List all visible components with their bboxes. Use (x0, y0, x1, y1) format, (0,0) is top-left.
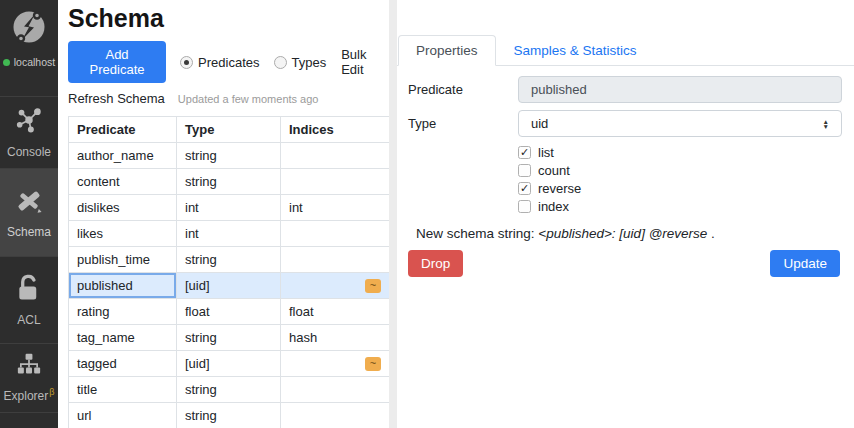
schema-list-panel: Schema Add Predicate Predicates Types Bu… (58, 0, 389, 428)
checkbox-count-icon[interactable] (518, 164, 531, 177)
cell-predicate[interactable]: likes (69, 221, 177, 247)
cell-indices[interactable] (281, 221, 390, 247)
table-row[interactable]: ratingfloatfloat (69, 299, 390, 325)
schema-toolbar: Add Predicate Predicates Types Bulk Edit (68, 41, 389, 83)
cell-indices[interactable] (281, 169, 390, 195)
checkbox-reverse-icon[interactable]: ✓ (518, 182, 531, 195)
dgraph-logo-icon (11, 8, 47, 50)
drop-button[interactable]: Drop (408, 250, 463, 277)
column-header-indices: Indices (281, 117, 390, 143)
radio-icon (180, 56, 193, 69)
table-row[interactable]: dislikesintint (69, 195, 390, 221)
updated-status-text: Updated a few moments ago (178, 93, 319, 105)
cell-type[interactable]: string (177, 403, 281, 428)
cell-indices[interactable]: ~ (281, 273, 390, 299)
table-row[interactable]: urlstring (69, 403, 390, 428)
column-header-type: Type (177, 117, 281, 143)
table-row[interactable]: tagged[uid]~ (69, 351, 390, 377)
table-scrollbar[interactable] (389, 0, 397, 428)
refresh-schema-button[interactable]: Refresh Schema (68, 91, 165, 106)
cell-predicate[interactable]: publish_time (69, 247, 177, 273)
cell-type[interactable]: string (177, 377, 281, 403)
cell-type[interactable]: string (177, 169, 281, 195)
update-button[interactable]: Update (770, 250, 840, 277)
sidebar-item-schema[interactable]: Schema (0, 169, 58, 257)
cell-type[interactable]: [uid] (177, 351, 281, 377)
option-label: reverse (538, 181, 581, 196)
cell-predicate[interactable]: tag_name (69, 325, 177, 351)
type-select[interactable]: uid ▲▼ (518, 110, 842, 137)
cell-indices[interactable]: ~ (281, 351, 390, 377)
page-title: Schema (68, 4, 389, 33)
add-predicate-button[interactable]: Add Predicate (68, 41, 166, 83)
cell-type[interactable]: int (177, 221, 281, 247)
radio-icon (274, 56, 287, 69)
option-list[interactable]: ✓list (518, 144, 842, 161)
predicate-properties-form: Predicate published Type uid ▲▼ ✓listcou… (397, 66, 854, 277)
cell-predicate[interactable]: tagged (69, 351, 177, 377)
cell-type[interactable]: float (177, 299, 281, 325)
table-row[interactable]: titlestring (69, 377, 390, 403)
checkbox-index-icon[interactable] (518, 200, 531, 213)
cell-type[interactable]: [uid] (177, 273, 281, 299)
sidebar-item-explorer[interactable]: Explorerβ (0, 344, 58, 413)
checkbox-list-icon[interactable]: ✓ (518, 146, 531, 159)
tab-samples-statistics[interactable]: Samples & Statistics (496, 35, 655, 66)
cell-type[interactable]: string (177, 247, 281, 273)
cell-predicate[interactable]: url (69, 403, 177, 428)
connection-status-icon (3, 59, 10, 66)
explorer-sitemap-icon (15, 353, 43, 380)
cell-indices[interactable]: hash (281, 325, 390, 351)
table-row[interactable]: published[uid]~ (69, 273, 390, 299)
cell-type[interactable]: int (177, 195, 281, 221)
table-row[interactable]: author_namestring (69, 143, 390, 169)
cell-predicate[interactable]: author_name (69, 143, 177, 169)
table-row[interactable]: publish_timestring (69, 247, 390, 273)
refresh-row: Refresh Schema Updated a few moments ago (68, 91, 389, 106)
cell-predicate[interactable]: title (69, 377, 177, 403)
cell-indices[interactable] (281, 377, 390, 403)
sidebar-item-label: Schema (7, 225, 51, 239)
option-index[interactable]: index (518, 198, 842, 215)
ratel-schema-page: localhost Console (0, 0, 854, 428)
options-group: ✓listcount✓reverseindex (518, 144, 842, 215)
sidebar-item-console[interactable]: Console (0, 97, 58, 169)
cell-predicate[interactable]: published (69, 273, 177, 299)
radio-predicates[interactable]: Predicates (180, 55, 259, 70)
table-row[interactable]: tag_namestringhash (69, 325, 390, 351)
detail-tabs: Properties Samples & Statistics (397, 35, 854, 66)
schema-table: Predicate Type Indices author_namestring… (68, 116, 390, 428)
cell-predicate[interactable]: rating (69, 299, 177, 325)
cell-predicate[interactable]: dislikes (69, 195, 177, 221)
cell-type[interactable]: string (177, 143, 281, 169)
cell-indices[interactable] (281, 143, 390, 169)
cell-type[interactable]: string (177, 325, 281, 351)
radio-label: Predicates (198, 55, 259, 70)
cell-indices[interactable]: int (281, 195, 390, 221)
cell-indices[interactable]: float (281, 299, 390, 325)
reverse-badge-icon: ~ (365, 279, 381, 293)
radio-types[interactable]: Types (274, 55, 327, 70)
new-schema-string: New schema string: <published>: [uid] @r… (416, 226, 842, 241)
table-row[interactable]: contentstring (69, 169, 390, 195)
table-header-row: Predicate Type Indices (69, 117, 390, 143)
reverse-badge-icon: ~ (365, 357, 381, 371)
cell-predicate[interactable]: content (69, 169, 177, 195)
bulk-edit-button[interactable]: Bulk Edit (341, 47, 389, 77)
server-section[interactable]: localhost (0, 0, 58, 97)
cell-indices[interactable] (281, 247, 390, 273)
tab-properties[interactable]: Properties (398, 35, 496, 66)
select-arrows-icon: ▲▼ (823, 119, 829, 129)
cell-indices[interactable] (281, 403, 390, 428)
option-count[interactable]: count (518, 162, 842, 179)
table-row[interactable]: likesint (69, 221, 390, 247)
option-label: count (538, 163, 570, 178)
option-label: index (538, 199, 569, 214)
acl-lock-icon (16, 274, 42, 306)
sidebar-item-label: Explorerβ (4, 387, 55, 403)
schema-pencil-ruler-icon (14, 187, 44, 218)
sidebar-item-acl[interactable]: ACL (0, 257, 58, 344)
console-graph-icon (14, 107, 44, 138)
option-reverse[interactable]: ✓reverse (518, 180, 842, 197)
server-name: localhost (14, 56, 55, 68)
